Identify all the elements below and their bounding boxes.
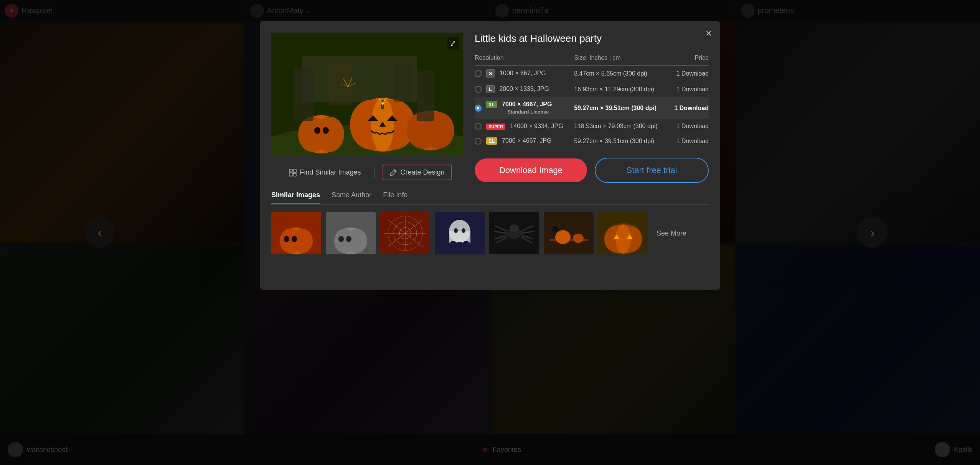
price-el: 1 Download xyxy=(669,134,709,148)
modal-top-section: ⤢ Find Similar Images xyxy=(260,21,720,183)
modal-title: Little kids at Halloween party xyxy=(475,33,709,45)
radio-el[interactable] xyxy=(475,138,482,145)
badge-super: SUPER xyxy=(486,124,505,130)
find-similar-icon xyxy=(289,169,297,176)
license-xl: Standard License xyxy=(507,109,549,115)
resolution-el: 7000 × 4667, JPG xyxy=(502,137,551,144)
svg-rect-32 xyxy=(394,63,413,102)
badge-s: S xyxy=(486,69,495,78)
svg-point-20 xyxy=(323,127,329,134)
actions-divider xyxy=(375,167,375,178)
price-l: 1 Download xyxy=(669,81,709,97)
close-button[interactable]: × xyxy=(706,28,712,39)
image-actions: Find Similar Images Create Design xyxy=(271,162,463,183)
size-s: 8.47cm × 5.65cm (300 dpi) xyxy=(574,66,669,82)
svg-point-43 xyxy=(292,236,297,242)
tabs-container: Similar Images Same Author File Info xyxy=(271,191,709,204)
svg-rect-29 xyxy=(294,67,313,121)
badge-el: EL xyxy=(486,137,497,145)
svg-rect-33 xyxy=(289,169,292,172)
svg-point-19 xyxy=(314,127,320,134)
tab-same-author[interactable]: Same Author xyxy=(332,191,371,204)
find-similar-label: Find Similar Images xyxy=(300,168,361,176)
similar-image-6[interactable] xyxy=(544,212,594,254)
badge-l: L xyxy=(486,85,495,93)
svg-point-79 xyxy=(555,230,571,244)
create-design-icon xyxy=(389,169,397,176)
table-row[interactable]: S 1000 × 667, JPG 8.47cm × 5.65cm (300 d… xyxy=(475,66,709,82)
svg-point-48 xyxy=(338,236,344,242)
table-row-selected[interactable]: XL 7000 × 4667, JPG Standard License 59.… xyxy=(475,97,709,119)
see-more-link[interactable]: See More xyxy=(657,229,686,237)
similar-image-4[interactable] xyxy=(435,212,485,254)
price-super: 1 Download xyxy=(669,119,709,134)
svg-rect-36 xyxy=(293,173,296,176)
badge-xl: XL xyxy=(486,101,497,108)
svg-line-37 xyxy=(394,170,396,172)
svg-rect-35 xyxy=(293,169,296,173)
col-resolution: Resolution xyxy=(475,52,574,66)
resolution-s: 1000 × 667, JPG xyxy=(500,70,546,76)
size-l: 16.93cm × 11.29cm (300 dpi) xyxy=(574,81,669,97)
size-super: 118.53cm × 79.03cm (300 dpi) xyxy=(574,119,669,134)
resolution-xl: 7000 × 4667, JPG xyxy=(502,101,552,107)
modal-overlay: × xyxy=(0,0,980,465)
main-image-container: ⤢ xyxy=(271,33,463,155)
modal-action-buttons: Download Image Start free trial xyxy=(475,158,709,183)
radio-xl[interactable] xyxy=(475,105,482,112)
price-s: 1 Download xyxy=(669,66,709,82)
svg-point-18 xyxy=(315,117,344,152)
svg-point-64 xyxy=(454,228,458,233)
create-design-label: Create Design xyxy=(400,168,444,176)
tab-file-info[interactable]: File Info xyxy=(383,191,408,204)
svg-point-90 xyxy=(604,223,642,254)
radio-super[interactable] xyxy=(475,123,482,130)
modal-bottom-section: Similar Images Same Author File Info xyxy=(260,183,720,290)
size-xl: 59.27cm × 39.51cm (300 dpi) xyxy=(574,97,669,119)
size-el: 59.27cm × 39.51cm (300 dpi) xyxy=(574,134,669,148)
svg-rect-30 xyxy=(417,71,434,121)
similar-image-2[interactable] xyxy=(326,212,376,254)
find-similar-button[interactable]: Find Similar Images xyxy=(283,165,367,180)
price-xl: 1 Download xyxy=(669,97,709,119)
col-size: Size: Inches | cm xyxy=(574,52,669,66)
info-panel: Little kids at Halloween party Resolutio… xyxy=(475,33,709,183)
tab-similar-images[interactable]: Similar Images xyxy=(271,191,320,204)
svg-rect-34 xyxy=(289,173,292,176)
pumpkin-scene-svg xyxy=(271,33,463,155)
similar-image-5[interactable] xyxy=(489,212,539,254)
download-image-button[interactable]: Download Image xyxy=(475,158,587,182)
resolution-table: Resolution Size: Inches | cm Price xyxy=(475,52,709,148)
start-free-trial-button[interactable]: Start free trial xyxy=(595,158,709,183)
main-image xyxy=(271,33,463,155)
table-row[interactable]: L 2000 × 1333, JPG 16.93cm × 11.29cm (30… xyxy=(475,81,709,97)
radio-l[interactable] xyxy=(475,86,482,93)
table-row[interactable]: SUPER 14000 × 9334, JPG 118.53cm × 79.03… xyxy=(475,119,709,134)
similar-image-7[interactable] xyxy=(598,212,648,254)
svg-point-63 xyxy=(462,241,470,249)
svg-rect-31 xyxy=(329,59,352,106)
svg-point-49 xyxy=(346,236,351,242)
image-panel: ⤢ Find Similar Images xyxy=(271,33,463,183)
svg-point-65 xyxy=(462,228,465,233)
svg-point-68 xyxy=(510,224,519,232)
expand-icon[interactable]: ⤢ xyxy=(447,37,459,49)
similar-image-1[interactable] xyxy=(271,212,321,254)
similar-images-grid: See More xyxy=(271,212,709,254)
radio-s[interactable] xyxy=(475,70,482,77)
col-price: Price xyxy=(669,52,709,66)
svg-point-80 xyxy=(573,234,584,243)
resolution-l: 2000 × 1333, JPG xyxy=(499,86,549,92)
svg-point-42 xyxy=(284,236,289,242)
modal-dialog: × xyxy=(260,21,720,290)
create-design-button[interactable]: Create Design xyxy=(383,165,451,180)
resolution-super: 14000 × 9334, JPG xyxy=(510,123,563,129)
table-row[interactable]: EL 7000 × 4667, JPG 59.27cm × 39.51cm (3… xyxy=(475,134,709,148)
similar-image-3[interactable] xyxy=(380,212,430,254)
